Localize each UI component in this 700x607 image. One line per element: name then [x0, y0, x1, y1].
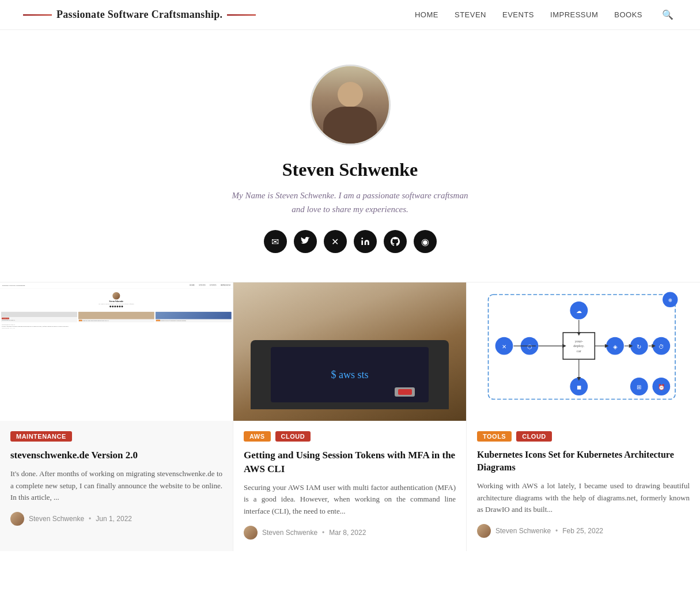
post-3-title[interactable]: Kubernetes Icons Set for Kubernetes Arch…	[477, 448, 690, 474]
mini-nav-link3: EVENTS	[210, 285, 216, 286]
twitter-icon[interactable]	[294, 230, 317, 253]
mini-card-1-text: MAINTENANCE stevenschwenke.de Version 2.…	[1, 317, 77, 321]
mini-nav-link2: STEVEN	[199, 285, 205, 286]
rss-icon[interactable]: ◉	[414, 230, 437, 253]
hero-name: Steven Schwenke	[12, 159, 688, 180]
mini-card-2: AWS Getting and Using Session Tokens wit…	[78, 312, 154, 323]
mini-s2	[112, 306, 113, 307]
post-1-author: Steven Schwenke	[29, 515, 84, 523]
nav-steven[interactable]: STEVEN	[455, 10, 486, 19]
mini-nav-link: HOME	[190, 285, 195, 286]
logo-line-left	[23, 14, 52, 16]
mini-card-3-img	[156, 312, 232, 319]
tag-cloud-2[interactable]: CLOUD	[275, 431, 311, 442]
svg-text:car: car	[577, 349, 582, 353]
svg-text:↻: ↻	[637, 344, 641, 350]
mini-card-1-img	[1, 312, 77, 317]
mini-avatar	[112, 292, 120, 300]
usb-cap	[398, 389, 412, 395]
svg-point-0	[361, 237, 363, 239]
avatar-image	[312, 66, 389, 144]
nav-links: HOME STEVEN EVENTS IMPRESSUM BOOKS 🔍	[415, 8, 677, 21]
svg-text:⎈: ⎈	[668, 296, 672, 303]
nav-books[interactable]: BOOKS	[614, 10, 642, 19]
email-icon[interactable]: ✉	[264, 230, 287, 253]
mini-card-1-tag: MAINTENANCE	[2, 318, 9, 319]
post-1-meta: Steven Schwenke • Jun 1, 2022	[10, 512, 222, 526]
main-nav: Passionate Software Craftsmanship. HOME …	[0, 0, 700, 30]
tag-cloud-3[interactable]: CLOUD	[516, 431, 552, 442]
svg-text:◈: ◈	[613, 344, 618, 350]
post-2-title[interactable]: Getting and Using Session Tokens with MF…	[244, 448, 456, 476]
hero-section: Steven Schwenke My Name is Steven Schwen…	[0, 30, 700, 282]
mini-s5	[119, 306, 120, 307]
mini-nav-link4: IMPRESSUM	[221, 285, 230, 286]
tag-maintenance[interactable]: MAINTENANCE	[10, 431, 72, 442]
post-1-title[interactable]: stevenschwenke.de Version 2.0	[10, 448, 222, 462]
post-1-excerpt: It's done. After months of working on mi…	[10, 468, 222, 504]
post-3-author: Steven Schwenke	[495, 527, 551, 535]
post-1-author-avatar	[10, 512, 24, 526]
github-icon[interactable]	[384, 230, 407, 253]
mini-detail-meta: stevenschwenke.de Version 2.0	[2, 325, 231, 326]
post-2-excerpt: Securing your AWS IAM user with multi fa…	[244, 482, 456, 518]
svg-text:your-: your-	[575, 339, 583, 343]
post-1-content: MAINTENANCE stevenschwenke.de Version 2.…	[0, 421, 233, 537]
post-thumbnail-1: Passionate Software Craftsmanship. HOME …	[0, 282, 233, 421]
social-icons-row: ✉ ✕ ◉	[12, 230, 688, 253]
mini-card-2-tag: AWS	[79, 320, 82, 322]
post-card-1: Passionate Software Craftsmanship. HOME …	[0, 282, 233, 551]
post-card-2: $ aws sts AWS CLOUD Getting and Using Se…	[233, 282, 467, 551]
post-card-3: your- deploy. car ⎈ ✕ ⬡ ◈ ↻	[467, 282, 700, 551]
mini-card-1: MAINTENANCE stevenschwenke.de Version 2.…	[1, 312, 77, 323]
nav-impressum[interactable]: IMPRESSUM	[550, 10, 598, 19]
mini-cards: MAINTENANCE stevenschwenke.de Version 2.…	[0, 311, 233, 323]
tag-aws[interactable]: AWS	[244, 431, 271, 442]
nav-home[interactable]: HOME	[415, 10, 438, 19]
mini-detail-date: Steven Schwenke • Jun 1, 2022	[2, 328, 231, 329]
mini-hero-name: Steven Schwenke	[0, 300, 233, 303]
mini-hero: Steven Schwenke My Name is Steven Schwen…	[0, 289, 233, 311]
mini-card-2-text: AWS Getting and Using Session Tokens wit…	[78, 319, 154, 323]
post-2-author-avatar	[244, 526, 258, 540]
logo-text: Passionate Software Craftsmanship.	[56, 9, 222, 21]
post-2-author: Steven Schwenke	[262, 529, 317, 537]
svg-text:⊞: ⊞	[637, 384, 641, 390]
svg-text:⬡: ⬡	[527, 344, 532, 350]
nav-events[interactable]: EVENTS	[502, 10, 534, 19]
linkedin-icon[interactable]	[354, 230, 377, 253]
mini-s6	[121, 306, 123, 307]
mini-logo: Passionate Software Craftsmanship.	[2, 285, 25, 286]
mini-card-3: TOOLS Kubernetes Icons Set for Kubernete…	[156, 312, 232, 323]
mini-s4	[116, 306, 118, 307]
avatar	[310, 65, 391, 145]
mini-social	[0, 306, 233, 307]
search-button[interactable]: 🔍	[659, 8, 677, 21]
laptop-body: $ aws sts	[251, 340, 448, 409]
post-3-tags: TOOLS CLOUD	[477, 431, 690, 442]
site-logo[interactable]: Passionate Software Craftsmanship.	[23, 9, 256, 21]
svg-text:⏱: ⏱	[659, 344, 664, 350]
post-2-date: Mar 8, 2022	[329, 529, 366, 537]
post-3-excerpt: Working with AWS a lot lately, I became …	[477, 480, 690, 516]
svg-text:◼: ◼	[577, 384, 581, 390]
svg-text:✕: ✕	[502, 344, 506, 350]
post-3-date: Feb 25, 2022	[562, 527, 603, 535]
mini-card-3-text: TOOLS Kubernetes Icons Set for Kubernete…	[156, 319, 232, 323]
post-3-meta: Steven Schwenke • Feb 25, 2022	[477, 524, 690, 538]
mini-nav: Passionate Software Craftsmanship. HOME …	[0, 282, 233, 289]
post-2-tags: AWS CLOUD	[244, 431, 456, 442]
logo-line-right	[227, 14, 256, 16]
mini-card-2-img	[78, 312, 154, 319]
post-1-tags: MAINTENANCE	[10, 431, 222, 442]
tag-tools[interactable]: TOOLS	[477, 431, 512, 442]
mini-detail-text: It is done. After months of working on m…	[2, 326, 231, 327]
post-thumbnail-3: your- deploy. car ⎈ ✕ ⬡ ◈ ↻	[467, 282, 700, 421]
xing-icon[interactable]: ✕	[324, 230, 347, 253]
svg-text:☁: ☁	[576, 308, 582, 314]
mini-site-inner: Passionate Software Craftsmanship. HOME …	[0, 282, 233, 330]
post-thumbnail-2: $ aws sts	[233, 282, 466, 421]
posts-grid: Passionate Software Craftsmanship. HOME …	[0, 282, 700, 551]
post-3-author-avatar	[477, 524, 491, 538]
hero-bio: My Name is Steven Schwenke. I am a passi…	[212, 188, 489, 216]
